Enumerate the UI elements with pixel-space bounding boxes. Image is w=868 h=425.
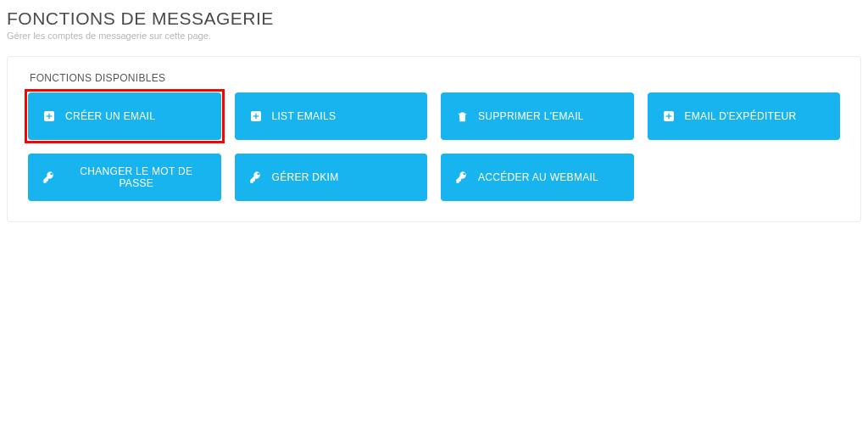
svg-rect-2 bbox=[47, 115, 53, 116]
button-label: SUPPRIMER L'EMAIL bbox=[478, 110, 584, 122]
plus-square-icon bbox=[248, 109, 264, 124]
button-label: LIST EMAILS bbox=[272, 110, 337, 122]
create-email-button[interactable]: CRÉER UN EMAIL bbox=[28, 92, 221, 140]
key-icon bbox=[42, 170, 57, 185]
page-subtitle: Gérer les comptes de messagerie sur cett… bbox=[7, 31, 861, 41]
delete-email-button[interactable]: SUPPRIMER L'EMAIL bbox=[441, 92, 634, 140]
plus-square-icon bbox=[661, 109, 676, 124]
key-icon bbox=[248, 170, 264, 185]
change-password-button[interactable]: CHANGER LE MOT DE PASSE bbox=[28, 154, 221, 201]
svg-rect-5 bbox=[253, 115, 259, 116]
plus-square-icon bbox=[42, 109, 57, 124]
button-label: CRÉER UN EMAIL bbox=[65, 110, 155, 122]
button-label: EMAIL D'EXPÉDITEUR bbox=[685, 110, 797, 122]
list-emails-button[interactable]: LIST EMAILS bbox=[235, 92, 428, 140]
button-label: GÉRER DKIM bbox=[272, 171, 339, 183]
functions-grid: CRÉER UN EMAIL LIST EMAILS SUPPRIMER L'E… bbox=[28, 92, 840, 201]
page-header: FONCTIONS DE MESSAGERIE Gérer les compte… bbox=[0, 0, 868, 44]
page-title: FONCTIONS DE MESSAGERIE bbox=[7, 8, 861, 29]
sender-email-button[interactable]: EMAIL D'EXPÉDITEUR bbox=[648, 92, 841, 140]
trash-icon bbox=[454, 109, 470, 124]
access-webmail-button[interactable]: ACCÉDER AU WEBMAIL bbox=[441, 154, 634, 201]
functions-panel: FONCTIONS DISPONIBLES CRÉER UN EMAIL LIS… bbox=[7, 56, 861, 222]
manage-dkim-button[interactable]: GÉRER DKIM bbox=[235, 154, 428, 201]
svg-rect-8 bbox=[665, 115, 671, 116]
button-label: CHANGER LE MOT DE PASSE bbox=[65, 165, 208, 189]
key-icon bbox=[454, 170, 470, 185]
panel-label: FONCTIONS DISPONIBLES bbox=[30, 72, 840, 84]
button-label: ACCÉDER AU WEBMAIL bbox=[478, 171, 598, 183]
